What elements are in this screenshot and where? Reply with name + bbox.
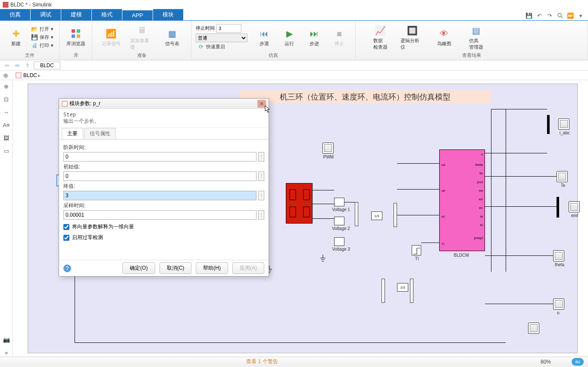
status-zoom[interactable]: 80%: [520, 359, 572, 365]
tab-block[interactable]: 模块: [153, 9, 183, 20]
tab-model[interactable]: 建模: [61, 9, 91, 20]
data-inspector-button[interactable]: 📈数据 检查器: [369, 23, 392, 52]
area-icon[interactable]: ▭: [2, 146, 11, 155]
expand-icon[interactable]: »: [2, 348, 11, 357]
block-desc: 输出一个步长。: [63, 118, 264, 125]
chk-zero[interactable]: [63, 235, 69, 241]
port-eb: eb: [479, 197, 483, 201]
block-gain-2[interactable]: 1/3: [397, 283, 408, 292]
step-time-input[interactable]: [63, 152, 256, 162]
status-au[interactable]: au: [572, 358, 584, 366]
manager-icon: ▤: [470, 25, 482, 37]
apply-button[interactable]: 应用(A): [232, 262, 264, 274]
target-icon[interactable]: ◎: [3, 72, 8, 78]
step-fwd-button[interactable]: ⏭步进: [303, 23, 326, 52]
dialog-help-icon[interactable]: ?: [63, 264, 71, 272]
dialog-tab-signal[interactable]: 信号属性: [84, 128, 116, 139]
dialog-close-button[interactable]: ✕: [257, 100, 266, 108]
scope-n[interactable]: [553, 299, 564, 310]
image-icon[interactable]: 🖼: [2, 134, 11, 142]
signal-table-button[interactable]: ▦ 信号表: [161, 23, 184, 52]
save-button[interactable]: 💾保存▾: [29, 34, 55, 41]
dialog-titlebar[interactable]: 模块参数: p_r ✕: [59, 99, 269, 109]
chk-vector[interactable]: [63, 224, 69, 230]
stop-button[interactable]: ■停止: [328, 23, 351, 52]
scope-te[interactable]: [557, 171, 568, 182]
mode-select[interactable]: 普通: [196, 34, 247, 42]
new-button[interactable]: ✚ 新建: [4, 23, 28, 52]
tab-simulate[interactable]: 仿真: [0, 9, 30, 20]
disk-icon: 💾: [31, 34, 38, 41]
initial-more[interactable]: ⋮: [258, 171, 264, 181]
undo-icon[interactable]: ↶: [535, 12, 543, 19]
tab-debug[interactable]: 调试: [31, 9, 61, 20]
dialog-tab-main[interactable]: 主要: [62, 128, 83, 139]
scope-i-abc[interactable]: [558, 118, 569, 130]
nav-back-icon[interactable]: ⇦: [3, 61, 11, 70]
sample-more[interactable]: ⋮: [258, 210, 264, 220]
logic-analyzer-button[interactable]: 🔲逻辑分析仪: [400, 23, 424, 52]
block-demux-2[interactable]: [382, 279, 385, 303]
nav-bar: ⇦ ⇨ ⇧ BLDC: [0, 60, 588, 71]
model-title-annotation[interactable]: 机三环（位置环、速度环、电流环）控制仿真模型: [239, 90, 491, 104]
block-voltage-1[interactable]: [334, 198, 344, 206]
tab-app[interactable]: APP: [122, 10, 153, 20]
print-button[interactable]: 🖨打印▾: [29, 42, 55, 50]
block-demux-1[interactable]: [410, 279, 413, 303]
status-warning[interactable]: 查看 1 个警告: [4, 358, 520, 365]
nav-up-icon[interactable]: ⇧: [23, 61, 32, 70]
run-button[interactable]: ▶运行: [278, 23, 301, 52]
block-voltage-3[interactable]: [334, 237, 344, 246]
block-gain-1[interactable]: 1/3: [371, 211, 382, 220]
step-back-button[interactable]: ⏮步退: [253, 23, 276, 52]
pan-icon[interactable]: ↔: [2, 108, 11, 116]
scope-extra[interactable]: [528, 323, 539, 334]
redo-icon[interactable]: ↷: [546, 12, 554, 19]
stop-time-input[interactable]: [216, 24, 241, 33]
library-browser-button[interactable]: 库浏览器: [64, 23, 88, 52]
fast-icon[interactable]: ⏩: [566, 12, 574, 19]
block-tl-step[interactable]: [412, 245, 421, 255]
block-ground[interactable]: [319, 255, 326, 262]
sample-input[interactable]: [63, 210, 256, 220]
dialog-footer: ? 确定(O) 取消(C) 帮助(H) 应用(A): [59, 260, 269, 276]
block-mux-iabc[interactable]: [547, 115, 550, 134]
add-viewer-button[interactable]: 🖥 添加查看器: [130, 23, 153, 52]
model-name[interactable]: BLDC: [23, 72, 37, 78]
nav-crumb[interactable]: BLDC: [34, 62, 60, 69]
final-more[interactable]: ⋮: [258, 191, 264, 200]
block-igbt[interactable]: [286, 183, 313, 224]
ok-button[interactable]: 确定(O): [122, 262, 155, 274]
sample-label: 采样时间:: [63, 202, 264, 209]
open-button[interactable]: 📂打开▾: [29, 25, 55, 33]
record-signal-button[interactable]: 📶 记录信号: [100, 23, 123, 52]
screenshot-icon[interactable]: 📷: [2, 335, 11, 344]
annotation-icon[interactable]: A≡: [2, 121, 11, 129]
zoom-rect-icon[interactable]: ⊡: [2, 95, 11, 103]
nav-fwd-icon[interactable]: ⇨: [13, 61, 22, 70]
block-mux-emf[interactable]: [557, 197, 559, 218]
initial-input[interactable]: [63, 171, 256, 181]
save-icon[interactable]: 💾: [525, 12, 533, 19]
label-emf: emf: [569, 213, 581, 218]
cancel-button[interactable]: 取消(C): [160, 262, 192, 274]
birdeye-button[interactable]: 👁鸟瞰图: [432, 23, 456, 52]
block-mux-1[interactable]: [355, 202, 358, 226]
chart-icon: 📈: [374, 25, 386, 37]
block-mux-2[interactable]: [394, 203, 397, 227]
zoom-fit-icon[interactable]: ⊕: [2, 82, 11, 90]
final-input[interactable]: [63, 191, 256, 200]
scope-pwm[interactable]: [322, 143, 334, 154]
sim-manager-button[interactable]: ▤仿真 管理器: [464, 23, 488, 52]
fast-restart-button[interactable]: ⟳快速重启: [196, 43, 247, 51]
help-button[interactable]: 帮助(H): [196, 262, 228, 274]
logic-icon: 🔲: [406, 25, 418, 37]
step-time-more[interactable]: ⋮: [258, 152, 264, 162]
scope-theta[interactable]: [553, 250, 564, 261]
block-voltage-2[interactable]: [334, 217, 344, 225]
help-dd-icon[interactable]: ▾: [577, 12, 585, 19]
tab-format[interactable]: 格式: [92, 9, 122, 20]
block-bldcm[interactable]: n theta Te pos ea eb ec ia ib jixiejd ua…: [439, 149, 485, 251]
search-icon[interactable]: [556, 12, 564, 19]
scope-emf[interactable]: [569, 201, 580, 212]
